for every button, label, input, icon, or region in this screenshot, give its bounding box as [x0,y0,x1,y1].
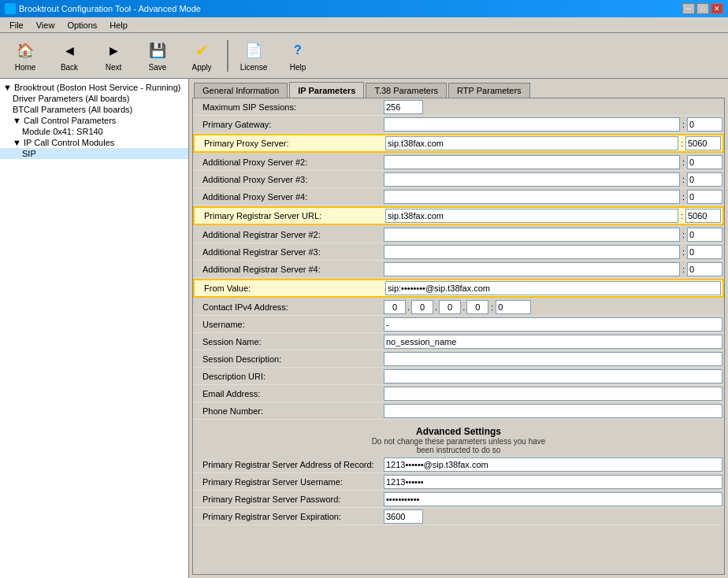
input-addlproxy2-port[interactable] [687,155,722,169]
tab-general[interactable]: General Information [194,83,288,98]
input-primaryreg-port[interactable] [685,209,721,223]
save-button[interactable]: 💾 Save [137,36,178,76]
menu-options[interactable]: Options [61,19,103,31]
input-addlproxy3-port[interactable] [687,172,722,187]
app-icon [5,3,16,14]
tab-t38[interactable]: T.38 Parameters [366,83,447,98]
value-fromval [384,280,722,296]
input-email[interactable] [384,387,722,401]
value-addlreg3: : [382,244,724,260]
label-primaryproxy: Primary Proxy Server: [195,137,384,150]
label-addlproxy3: Additional Proxy Server #3: [193,173,382,186]
row-addlproxy3: Additional Proxy Server #3: : [193,171,724,188]
apply-button[interactable]: ✔ Apply [181,36,222,76]
row-addlproxy4: Additional Proxy Server #4: : [193,188,724,206]
input-addlproxy4[interactable] [384,190,680,204]
tree-label-callctrl: Call Control Parameters [24,116,116,125]
license-button[interactable]: 📄 License [233,36,274,76]
tab-rtp[interactable]: RTP Parameters [448,83,530,98]
menu-help[interactable]: Help [103,19,134,31]
input-primaryproxy-port[interactable] [685,136,721,150]
label-primaryreg: Primary Registrar Server URL: [195,209,384,222]
back-icon: ◀ [58,39,80,61]
input-fromval[interactable] [385,281,721,295]
ip-octet-2[interactable] [411,300,433,314]
input-phone[interactable] [384,404,722,418]
value-primaryreg: : [384,208,722,224]
advanced-title: Advanced Settings [193,426,724,437]
tree-item-root[interactable]: ▼ Brooktrout (Boston Host Service - Runn… [0,82,188,93]
next-icon: ▶ [102,39,124,61]
input-primarygw[interactable] [384,117,680,132]
input-addlreg4[interactable] [384,262,680,276]
tab-bar: General Information IP Parameters T.38 P… [189,79,728,98]
row-descuri: Description URI: [193,368,724,385]
home-button[interactable]: 🏠 Home [5,36,46,76]
tree-item-sip[interactable]: SIP [0,148,188,159]
input-maxsip[interactable] [384,100,423,114]
tree-item-callctrl[interactable]: ▼ Call Control Parameters [0,115,188,126]
right-panel: General Information IP Parameters T.38 P… [189,79,728,578]
input-primarygw-port[interactable] [687,117,722,132]
input-addlreg3-port[interactable] [687,245,722,259]
input-regpass[interactable] [384,492,722,506]
title-text: Brooktrout Configuration Tool - Advanced… [19,4,201,13]
save-icon: 💾 [147,39,169,61]
input-reguser[interactable] [384,475,722,489]
port-sep-proxy2: : [682,157,685,167]
input-primaryproxy[interactable] [385,136,678,150]
ip-dot-3: . [462,302,465,312]
input-descuri[interactable] [384,369,722,383]
port-sep-proxy4: : [682,192,685,202]
row-contactip: Contact IPv4 Address: . . . : [193,298,724,316]
value-primaryproxy: : [384,135,722,151]
input-primaryreg[interactable] [385,209,678,223]
ip-octet-3[interactable] [439,300,461,314]
tree-item-ipcall[interactable]: ▼ IP Call Control Modules [0,137,188,148]
value-addlreg4: : [382,261,724,277]
value-contactip: . . . : [382,299,724,315]
tab-ip[interactable]: IP Parameters [289,82,364,98]
input-sessiondesc[interactable] [384,352,722,366]
input-addlreg3[interactable] [384,245,680,259]
ip-port[interactable] [496,300,531,314]
value-regaddr [382,457,724,472]
tree-item-btcall[interactable]: BTCall Parameters (All boards) [0,104,188,115]
label-regpass: Primary Registrar Server Password: [193,493,382,506]
input-addlreg2-port[interactable] [687,228,722,242]
label-addlreg2: Additional Registrar Server #2: [193,228,382,241]
tree-item-module[interactable]: Module 0x41: SR140 [0,126,188,137]
maximize-btn[interactable]: □ [696,3,709,14]
input-regexp[interactable] [384,509,423,524]
input-addlproxy4-port[interactable] [687,190,722,204]
window-controls: ─ □ ✕ [682,3,723,14]
input-addlproxy2[interactable] [384,155,680,169]
menu-bar: File View Options Help [0,17,728,33]
label-maxsip: Maximum SIP Sessions: [193,101,382,113]
row-phone: Phone Number: [193,402,724,420]
input-addlreg4-port[interactable] [687,262,722,276]
label-descuri: Description URI: [193,370,382,383]
help-button[interactable]: ? Help [277,36,318,76]
label-addlproxy4: Additional Proxy Server #4: [193,191,382,203]
input-sessionname[interactable] [384,335,722,349]
menu-view[interactable]: View [30,19,61,31]
ip-octet-4[interactable] [466,300,488,314]
menu-file[interactable]: File [3,19,30,31]
label-primarygw: Primary Gateway: [193,118,382,131]
minimize-btn[interactable]: ─ [682,3,695,14]
advanced-subtitle2: been instructed to do so [193,446,724,454]
tree-item-driver[interactable]: Driver Parameters (All boards) [0,93,188,104]
next-button[interactable]: ▶ Next [93,36,134,76]
row-regpass: Primary Registrar Server Password: [193,491,724,508]
input-username[interactable] [384,317,722,332]
close-btn[interactable]: ✕ [711,3,723,14]
back-button[interactable]: ◀ Back [49,36,90,76]
input-addlreg2[interactable] [384,228,680,242]
ip-octet-1[interactable] [384,300,406,314]
input-addlproxy3[interactable] [384,172,680,187]
value-phone [382,403,724,419]
input-regaddr[interactable] [384,458,722,472]
tree-label-ipcall: IP Call Control Modules [24,138,114,147]
port-sep-gw: : [682,120,685,129]
